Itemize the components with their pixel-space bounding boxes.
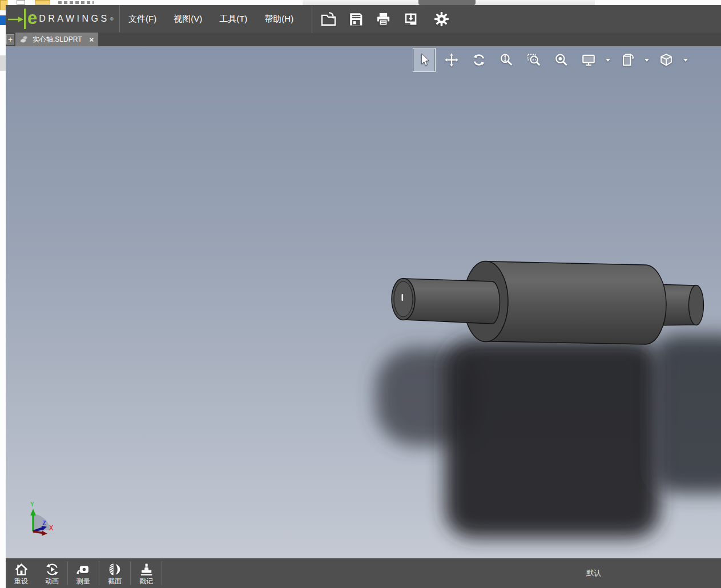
- select-tool-button[interactable]: [413, 48, 436, 72]
- triad-z-label: Z: [42, 519, 46, 527]
- tabbar: + 实心轴.SLDPRT ×: [6, 33, 721, 46]
- new-tab-button[interactable]: +: [6, 34, 14, 45]
- section-label: 截面: [108, 578, 122, 585]
- section-icon: [107, 562, 123, 577]
- stamp-label: 戳记: [139, 578, 153, 585]
- stamp-button[interactable]: 戳记: [131, 558, 162, 588]
- pages-dropdown-caret[interactable]: [643, 59, 650, 62]
- logo-arrow-icon: [8, 14, 24, 25]
- orientation-cube-tool-button[interactable]: [655, 48, 678, 72]
- monitor-icon: [581, 53, 596, 67]
- pages-tool-button[interactable]: [616, 48, 639, 72]
- menu-file[interactable]: 文件(F): [120, 5, 165, 33]
- background-selection-bar: [0, 15, 6, 25]
- background-dark-thumb: [418, 0, 476, 5]
- logo-bar: [24, 9, 26, 29]
- triad-x-label: X: [49, 524, 54, 532]
- screen: e DRAWINGS ® 文件(F) 视图(V) 工具(T) 帮助(H): [0, 0, 721, 588]
- animation-icon: [45, 562, 60, 577]
- menubar: e DRAWINGS ® 文件(F) 视图(V) 工具(T) 帮助(H): [6, 5, 721, 33]
- tab-label: 实心轴.SLDPRT: [33, 35, 82, 45]
- toolbar-actions: [320, 10, 450, 27]
- stamp-icon: [139, 562, 154, 577]
- menu-help[interactable]: 帮助(H): [256, 5, 302, 33]
- measure-icon: [76, 562, 91, 577]
- settings-button[interactable]: [433, 10, 450, 27]
- package-button[interactable]: [402, 10, 419, 27]
- pan-tool-button[interactable]: [440, 48, 463, 72]
- shaft-model: [6, 46, 721, 558]
- menu-tools[interactable]: 工具(T): [211, 5, 256, 33]
- animation-button[interactable]: 动画: [37, 558, 67, 588]
- configuration-label: 默认: [586, 568, 601, 578]
- zoom-fit-icon: [554, 53, 569, 67]
- cube-dropdown-caret[interactable]: [682, 59, 689, 62]
- bottom-toolbar-separator: [162, 561, 162, 585]
- save-icon: [348, 11, 364, 27]
- measure-button[interactable]: 测量: [68, 558, 99, 588]
- measure-label: 测量: [76, 578, 90, 585]
- logo-e: e: [27, 9, 37, 27]
- package-icon: [402, 11, 419, 27]
- reset-button[interactable]: 重设: [6, 558, 37, 588]
- zoom-area-icon: [526, 53, 541, 67]
- triad-y-label: Y: [30, 501, 34, 508]
- zoom-fit-tool-button[interactable]: [550, 48, 573, 72]
- part-icon: [20, 35, 29, 43]
- save-button[interactable]: [347, 10, 364, 27]
- zoom-area-tool-button[interactable]: [522, 48, 545, 72]
- rotate-tool-button[interactable]: [468, 48, 490, 72]
- view-toolbar: [413, 48, 689, 72]
- animation-label: 动画: [45, 578, 59, 585]
- open-button[interactable]: [320, 10, 337, 27]
- background-document-icon: [17, 0, 25, 5]
- pages-icon: [620, 53, 635, 67]
- menu-view[interactable]: 视图(V): [165, 5, 211, 33]
- print-icon: [375, 11, 392, 27]
- pan-icon: [444, 53, 459, 67]
- cube-icon: [659, 53, 674, 67]
- menubar-separator: [312, 5, 312, 33]
- background-folder-icon: [35, 0, 50, 5]
- open-icon: [320, 11, 337, 27]
- logo-registered-mark: ®: [110, 17, 114, 22]
- print-button[interactable]: [374, 10, 392, 27]
- tab-document[interactable]: 实心轴.SLDPRT ×: [15, 33, 98, 46]
- section-button[interactable]: 截面: [99, 558, 130, 588]
- background-list-row: [0, 55, 6, 71]
- 3d-viewport[interactable]: Y Z X: [6, 46, 721, 558]
- gear-icon: [433, 11, 450, 27]
- logo-wordmark: DRAWINGS: [39, 14, 109, 24]
- reset-label: 重设: [14, 578, 28, 585]
- zoom-in-out-icon: [499, 53, 514, 67]
- tab-close-button[interactable]: ×: [89, 35, 94, 44]
- edrawings-logo: e DRAWINGS ®: [6, 5, 119, 33]
- cursor-icon: [417, 53, 432, 67]
- fullscreen-dropdown-caret[interactable]: [605, 59, 611, 62]
- zoom-tool-button[interactable]: [495, 48, 518, 72]
- home-icon: [14, 562, 29, 577]
- background-text-fragment: [58, 1, 94, 4]
- orientation-triad: Y Z X: [25, 500, 61, 543]
- model-shadow: [376, 335, 721, 538]
- rotate-icon: [472, 53, 486, 67]
- bottom-toolbar: 重设 动画: [6, 558, 721, 588]
- edrawings-window: e DRAWINGS ® 文件(F) 视图(V) 工具(T) 帮助(H): [6, 5, 721, 588]
- fullscreen-tool-button[interactable]: [577, 48, 600, 72]
